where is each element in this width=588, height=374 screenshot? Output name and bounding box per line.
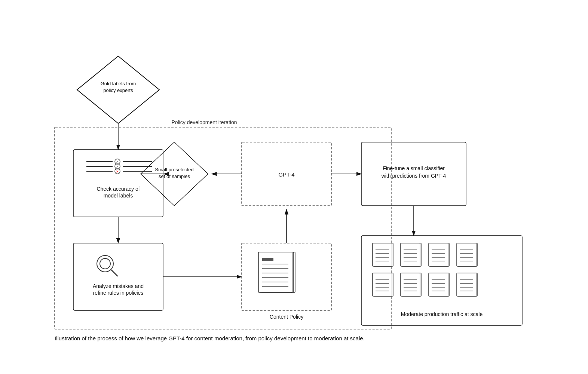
svg-line-24 [111, 270, 117, 276]
policy-iteration-label: Policy development iteration [171, 119, 237, 125]
diagram-container: Policy development iteration Gold labels… [32, 19, 556, 355]
svg-text:model labels: model labels [104, 193, 133, 199]
svg-text:✓: ✓ [116, 160, 119, 164]
svg-text:Small preselected: Small preselected [155, 167, 193, 172]
caption-text: Illustration of the process of how we le… [55, 335, 365, 341]
svg-text:refine rules in policies: refine rules in policies [93, 290, 144, 296]
svg-text:with predictions from GPT-4: with predictions from GPT-4 [381, 173, 446, 179]
svg-rect-32 [262, 258, 273, 261]
svg-rect-21 [73, 243, 163, 310]
svg-rect-80 [373, 273, 392, 296]
svg-rect-92 [429, 273, 448, 296]
svg-text:Gold labels from: Gold labels from [101, 81, 136, 86]
svg-point-23 [100, 258, 110, 269]
svg-text:set of samples: set of samples [159, 174, 190, 179]
svg-text:Fine-tune a small classifier: Fine-tune a small classifier [383, 165, 445, 171]
svg-rect-56 [373, 243, 392, 266]
svg-rect-5 [73, 150, 163, 217]
svg-rect-62 [401, 243, 420, 266]
svg-text:✕: ✕ [116, 170, 119, 174]
svg-text:Moderate production traffic at: Moderate production traffic at scale [401, 311, 483, 317]
svg-rect-74 [457, 243, 476, 266]
svg-rect-86 [401, 273, 420, 296]
svg-text:Check accuracy of: Check accuracy of [97, 186, 140, 192]
svg-point-22 [97, 255, 113, 272]
svg-text:Analyze mistakes and: Analyze mistakes and [93, 283, 144, 289]
svg-text:policy experts: policy experts [103, 88, 133, 93]
svg-rect-98 [457, 273, 476, 296]
svg-text:✓: ✓ [116, 165, 119, 169]
svg-text:Content Policy: Content Policy [270, 314, 303, 320]
svg-rect-68 [429, 243, 448, 266]
svg-rect-0 [55, 127, 391, 329]
svg-text:GPT-4: GPT-4 [278, 171, 294, 178]
